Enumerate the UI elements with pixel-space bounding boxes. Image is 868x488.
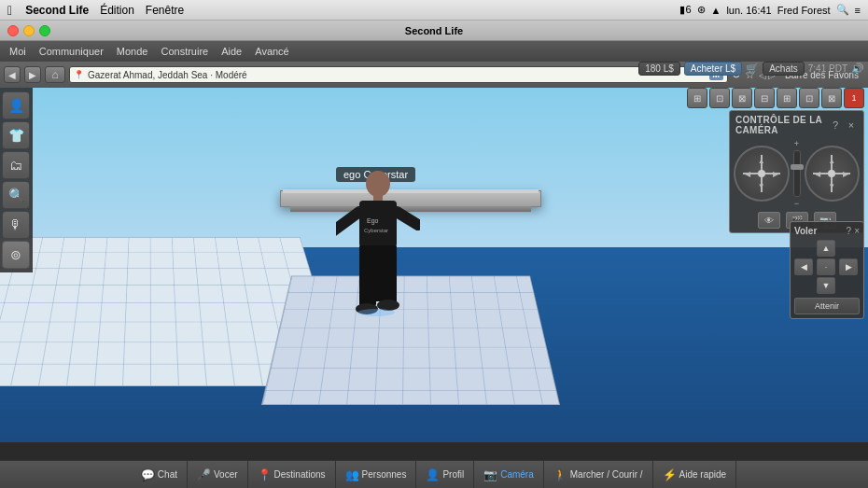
destinations-icon: 📍 xyxy=(258,468,272,481)
window-menu-item[interactable]: Fenêtre xyxy=(146,4,184,17)
fly-up-button[interactable]: ▲ xyxy=(817,240,835,257)
zoom-track[interactable] xyxy=(793,150,801,197)
icon-4[interactable]: ⊟ xyxy=(754,88,775,108)
apple-logo-icon[interactable]:  xyxy=(7,3,12,18)
profile-icon: 👤 xyxy=(426,468,440,481)
app-menu-communiquer[interactable]: Communiquer xyxy=(34,46,109,57)
sidebar-people-icon[interactable]: 👤 xyxy=(2,91,30,119)
profile-label: Profil xyxy=(442,469,464,480)
joystick-down-arrow: ▼ xyxy=(758,182,765,190)
svg-point-12 xyxy=(357,309,395,316)
camera-widget-titlebar: CONTRÔLE DE LA CAMÉRA ? × xyxy=(734,115,860,135)
sidebar-camera2-icon[interactable]: ⊚ xyxy=(2,241,30,269)
camera-pan-joystick[interactable]: ▲ ▼ ◀ ▶ xyxy=(734,146,790,202)
top-right-icons: ⊞ ⊡ ⊠ ⊟ ⊞ ⊡ ⊠ 1 xyxy=(687,88,864,108)
zoom-thumb[interactable] xyxy=(791,164,804,170)
nav-forward-button[interactable]: ▶ xyxy=(24,66,41,83)
svg-line-4 xyxy=(397,212,418,225)
minimize-window-button[interactable] xyxy=(23,25,35,36)
left-sidebar: 👤 👕 🗂 🔍 🎙 ⊚ xyxy=(0,88,33,272)
volume-icon[interactable]: 🔊 xyxy=(851,63,864,75)
camera-icon: 📷 xyxy=(483,468,497,481)
avatar: Ego Cyberstar xyxy=(336,167,420,354)
attend-button[interactable]: Attenir xyxy=(794,298,860,314)
user-name: Fred Forest xyxy=(777,5,831,16)
buy-linden-button[interactable]: Acheter L$ xyxy=(684,62,742,76)
svg-rect-9 xyxy=(380,245,397,306)
camera-close-button[interactable]: × xyxy=(845,119,858,131)
fly-titlebar: Voler ? × xyxy=(794,226,860,236)
app-menu-avance[interactable]: Avancé xyxy=(249,46,295,57)
people-label: Personnes xyxy=(362,469,407,480)
edit-menu-item[interactable]: Édition xyxy=(100,4,134,17)
icon-7[interactable]: ⊠ xyxy=(821,88,842,108)
sl-titlebar: Second Life xyxy=(0,21,868,41)
sl-appbar: Moi Communiquer Monde Construire Aide Av… xyxy=(0,41,868,62)
toolbar-profile-button[interactable]: 👤 Profil xyxy=(416,461,474,488)
fly-right-button[interactable]: ▶ xyxy=(839,258,858,275)
sidebar-mic-icon[interactable]: 🎙 xyxy=(2,211,30,239)
svg-rect-8 xyxy=(359,245,376,306)
camera-help-button[interactable]: ? xyxy=(829,119,842,131)
bottom-toolbar: 💬 Chat 🎤 Vocer 📍 Destinations 👥 Personne… xyxy=(0,460,868,488)
maximize-window-button[interactable] xyxy=(39,25,50,36)
toolbar-people-button[interactable]: 👥 Personnes xyxy=(336,461,417,488)
cart-button[interactable]: Achats xyxy=(763,62,805,76)
sidebar-clothes-icon[interactable]: 👕 xyxy=(2,121,30,149)
fly-title: Voler xyxy=(794,226,817,236)
toolbar-voice-button[interactable]: 🎤 Vocer xyxy=(188,461,248,488)
orbit-right-arrow: ▶ xyxy=(843,170,848,178)
fly-btn-empty-4 xyxy=(839,277,858,294)
app-menu-moi[interactable]: Moi xyxy=(4,46,32,57)
zoom-minus-label: − xyxy=(794,199,799,208)
nav-home-button[interactable]: ⌂ xyxy=(45,66,65,83)
app-menu-item[interactable]: Second Life xyxy=(25,4,89,17)
icon-1[interactable]: ⊞ xyxy=(687,88,707,108)
address-bar[interactable]: 📍 Gazerat Ahmad, Jeddah Sea · Modéré M xyxy=(69,66,728,83)
camera-widget: CONTRÔLE DE LA CAMÉRA ? × ▲ ▼ ◀ ▶ xyxy=(729,110,864,233)
fly-down-button[interactable]: ▼ xyxy=(817,277,835,294)
list-icon[interactable]: ≡ xyxy=(855,5,861,16)
mac-menubar:  Second Life Édition Fenêtre ▮6 ⊛ ▲ lun… xyxy=(0,0,868,21)
move-label: Marcher / Courir / xyxy=(570,469,643,480)
icon-2[interactable]: ⊡ xyxy=(709,88,730,108)
toolbar-destinations-button[interactable]: 📍 Destinations xyxy=(248,461,336,488)
fly-close-button[interactable]: × xyxy=(854,226,860,236)
camera-orbit-joystick[interactable]: ▲ ▼ ◀ ▶ xyxy=(805,146,861,202)
menubar-right: ▮6 ⊛ ▲ lun. 16:41 Fred Forest 🔍 ≡ xyxy=(679,4,861,16)
sidebar-inventory-icon[interactable]: 🗂 xyxy=(2,151,30,179)
toolbar-move-button[interactable]: 🚶 Marcher / Courir / xyxy=(544,461,653,488)
fly-help-button[interactable]: ? xyxy=(847,226,852,236)
fly-center-button[interactable]: · xyxy=(817,258,835,275)
quickstart-label: Aide rapide xyxy=(679,469,727,480)
voice-label: Vocer xyxy=(214,469,238,480)
icon-6[interactable]: ⊡ xyxy=(799,88,819,108)
time-fps-display: 7:41 PDT xyxy=(808,63,847,74)
toolbar-camera-button[interactable]: 📷 Caméra xyxy=(474,461,544,488)
toolbar-quickstart-button[interactable]: ⚡ Aide rapide xyxy=(653,461,737,488)
app-menu-aide[interactable]: Aide xyxy=(216,46,247,57)
app-menu-construire[interactable]: Construire xyxy=(155,46,214,57)
toolbar-chat-button[interactable]: 💬 Chat xyxy=(132,461,188,488)
orbit-center xyxy=(828,170,835,177)
sidebar-search-icon[interactable]: 🔍 xyxy=(2,181,30,209)
close-window-button[interactable] xyxy=(7,25,19,36)
orbit-up-arrow: ▲ xyxy=(828,157,835,165)
app-menu-monde[interactable]: Monde xyxy=(111,46,154,57)
icon-5[interactable]: ⊞ xyxy=(777,88,797,108)
search-icon[interactable]: 🔍 xyxy=(836,4,849,16)
icon-3[interactable]: ⊠ xyxy=(732,88,752,108)
camera-controls: ▲ ▼ ◀ ▶ + − ▲ xyxy=(734,139,860,208)
cart-icon: 🛒 xyxy=(746,63,759,75)
camera-widget-buttons: ? × xyxy=(829,119,858,131)
joystick-up-arrow: ▲ xyxy=(758,157,765,165)
camera-mode-eye[interactable]: 👁 xyxy=(758,212,780,229)
camera-widget-title: CONTRÔLE DE LA CAMÉRA xyxy=(735,115,829,135)
wifi-icon: ▲ xyxy=(711,5,721,16)
fly-left-button[interactable]: ◀ xyxy=(794,258,813,275)
zoom-plus-label: + xyxy=(794,139,799,148)
nav-back-button[interactable]: ◀ xyxy=(4,66,21,83)
orbit-joystick-cross: ▲ ▼ ◀ ▶ xyxy=(813,155,850,192)
svg-point-0 xyxy=(366,171,390,197)
zoom-slider[interactable]: + − xyxy=(793,139,801,208)
